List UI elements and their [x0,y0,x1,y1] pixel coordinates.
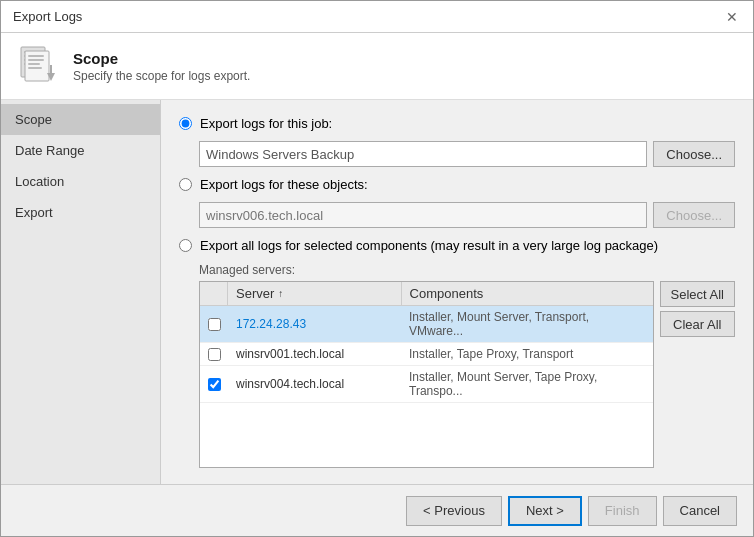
table-body: 172.24.28.43 Installer, Mount Server, Tr… [200,306,653,467]
radio1-input-row: Choose... [179,141,735,167]
finish-button[interactable]: Finish [588,496,657,526]
row2-components: Installer, Tape Proxy, Transport [401,343,653,365]
logs-icon [17,45,59,87]
dialog-title: Export Logs [13,9,82,24]
sidebar-item-location[interactable]: Location [1,166,160,197]
svg-rect-7 [28,59,44,61]
th-check [200,282,228,305]
row2-checkbox-cell [200,344,228,365]
logs-svg-icon [17,45,59,87]
svg-rect-8 [28,63,40,65]
main-content: Export logs for this job: Choose... Expo… [161,100,753,484]
th-components: Components [402,282,653,305]
radio1-input[interactable] [179,117,192,130]
clear-all-button[interactable]: Clear All [660,311,735,337]
header-title: Scope [73,50,250,67]
sort-arrow-icon: ↑ [278,288,283,299]
row1-components: Installer, Mount Server, Transport, VMwa… [401,306,653,342]
table-side-buttons: Select All Clear All [660,281,735,468]
radio3-row: Export all logs for selected components … [179,238,735,253]
job-name-input[interactable] [199,141,647,167]
row1-checkbox-cell [200,314,228,335]
svg-rect-9 [28,67,42,69]
sidebar-item-date-range[interactable]: Date Range [1,135,160,166]
radio2-input[interactable] [179,178,192,191]
radio1-label[interactable]: Export logs for this job: [200,116,332,131]
radio3-label[interactable]: Export all logs for selected components … [200,238,658,253]
row3-checkbox[interactable] [208,378,221,391]
sidebar-item-scope[interactable]: Scope [1,104,160,135]
table-row[interactable]: winsrv001.tech.local Installer, Tape Pro… [200,343,653,366]
th-server-label: Server [236,286,274,301]
title-bar: Export Logs ✕ [1,1,753,33]
table-header: Server ↑ Components [200,282,653,306]
footer: < Previous Next > Finish Cancel [1,484,753,536]
sidebar: Scope Date Range Location Export [1,100,161,484]
header: Scope Specify the scope for logs export. [1,33,753,100]
row3-components: Installer, Mount Server, Tape Proxy, Tra… [401,366,653,402]
title-bar-left: Export Logs [13,9,82,24]
row1-checkbox[interactable] [208,318,221,331]
radio3-input[interactable] [179,239,192,252]
table-row[interactable]: 172.24.28.43 Installer, Mount Server, Tr… [200,306,653,343]
choose-job-button[interactable]: Choose... [653,141,735,167]
next-button[interactable]: Next > [508,496,582,526]
objects-input[interactable] [199,202,647,228]
export-logs-dialog: Export Logs ✕ Scope [0,0,754,537]
radio1-row: Export logs for this job: [179,116,735,131]
select-all-button[interactable]: Select All [660,281,735,307]
table-container: Server ↑ Components [199,281,735,468]
table-row[interactable]: winsrv004.tech.local Installer, Mount Se… [200,366,653,403]
header-subtitle: Specify the scope for logs export. [73,69,250,83]
radio2-input-row: Choose... [179,202,735,228]
th-components-label: Components [410,286,484,301]
choose-objects-button[interactable]: Choose... [653,202,735,228]
radio2-label[interactable]: Export logs for these objects: [200,177,368,192]
row2-server: winsrv001.tech.local [228,343,401,365]
svg-rect-6 [28,55,44,57]
svg-rect-11 [50,65,52,75]
row2-checkbox[interactable] [208,348,221,361]
content: Scope Date Range Location Export Export … [1,100,753,484]
close-button[interactable]: ✕ [723,8,741,26]
th-server: Server ↑ [228,282,402,305]
radio2-row: Export logs for these objects: [179,177,735,192]
header-text: Scope Specify the scope for logs export. [73,50,250,83]
previous-button[interactable]: < Previous [406,496,502,526]
sidebar-item-export[interactable]: Export [1,197,160,228]
cancel-button[interactable]: Cancel [663,496,737,526]
row3-checkbox-cell [200,374,228,395]
servers-table: Server ↑ Components [199,281,654,468]
row1-server: 172.24.28.43 [228,313,401,335]
managed-servers-label: Managed servers: [199,263,735,277]
table-section: Managed servers: Server ↑ Components [179,263,735,468]
row3-server: winsrv004.tech.local [228,373,401,395]
